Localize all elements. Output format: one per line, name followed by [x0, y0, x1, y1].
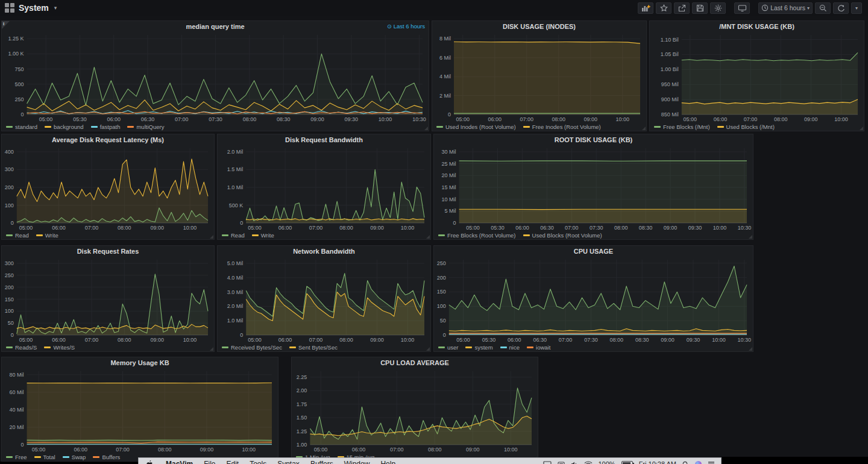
cycle-view-button[interactable] [734, 2, 750, 14]
notification-center-icon[interactable] [708, 461, 715, 464]
legend-item-free-blocks-root-volume-[interactable]: Free Blocks (Root Volume) [438, 232, 516, 239]
menu-item-file[interactable]: File [198, 460, 221, 464]
time-range-label: Last 6 hours [770, 4, 805, 11]
refresh-button[interactable] [833, 2, 849, 14]
svg-text:10:00: 10:00 [401, 337, 415, 343]
svg-text:06:00: 06:00 [714, 116, 728, 122]
panel-plot-area[interactable]: 05:0006:0007:0008:0009:0010:0001.0 Mil2.… [218, 256, 430, 343]
legend-item-read[interactable]: Read [222, 232, 245, 239]
menu-item-help[interactable]: Help [375, 460, 401, 464]
panel-resize-handle[interactable] [749, 347, 752, 351]
siri-icon[interactable] [695, 461, 702, 464]
keyboard-brightness-icon[interactable] [558, 461, 565, 464]
panel-plot-area[interactable]: 05:0006:0007:0008:0009:0010:000100200300… [2, 145, 214, 231]
menubar-items: MacVimFileEditToolsSyntaxBuffersWindowHe… [153, 460, 401, 464]
panel-resize-handle[interactable] [426, 235, 430, 239]
save-button[interactable] [692, 2, 708, 14]
add-panel-button[interactable] [638, 2, 653, 14]
panel-resize-handle[interactable] [424, 127, 428, 130]
svg-text:06:00: 06:00 [488, 116, 502, 122]
svg-text:150: 150 [437, 289, 446, 295]
legend-item-user[interactable]: user [438, 344, 458, 351]
svg-text:10:00: 10:00 [712, 337, 726, 343]
panel-resize-handle[interactable] [860, 127, 863, 130]
legend-item-total[interactable]: Total [34, 454, 55, 460]
refresh-interval-button[interactable]: ▾ [851, 2, 862, 14]
settings-button[interactable] [710, 2, 726, 14]
legend-item-used-blocks-mnt-[interactable]: Used Blocks (/Mnt) [717, 124, 775, 130]
legend-item-standard[interactable]: standard [6, 124, 37, 130]
svg-text:10:30: 10:30 [738, 337, 752, 343]
panel-time-override[interactable]: ⊙ Last 6 hours [387, 23, 425, 30]
panel-resize-handle[interactable] [210, 235, 213, 239]
dashboard-title[interactable]: System [19, 3, 49, 13]
apple-icon[interactable] [139, 460, 153, 464]
panel-plot-area[interactable]: 05:0006:0007:0008:0009:0010:001.001.251.… [292, 368, 538, 453]
svg-text:1.75: 1.75 [297, 401, 307, 407]
panel-plot-area[interactable]: 05:0005:3006:0006:3007:0007:3008:0008:30… [434, 256, 753, 343]
panel-plot-area[interactable]: 05:0006:0007:0008:0009:0010:00850 Mil900… [650, 31, 864, 123]
legend-item-used-inodes-root-volume-[interactable]: Used Inodes (Root Volume) [436, 124, 516, 130]
time-range-button[interactable]: Last 6 hours ▾ [758, 2, 813, 14]
panel-resize-handle[interactable] [426, 347, 430, 351]
panel-plot-area[interactable]: 05:0006:0007:0008:0009:0010:0002 Mil4 Mi… [432, 31, 646, 123]
svg-text:06:30: 06:30 [533, 337, 547, 343]
menu-item-syntax[interactable]: Syntax [272, 460, 305, 464]
share-button[interactable] [674, 2, 690, 14]
legend-item-system[interactable]: system [465, 344, 492, 351]
legend-color-dash [222, 234, 228, 236]
screen-mirroring-icon[interactable] [543, 461, 552, 464]
svg-text:50: 50 [440, 318, 446, 324]
legend-item-write[interactable]: Write [252, 232, 274, 239]
svg-text:07:00: 07:00 [175, 116, 189, 122]
svg-text:1.00 Bil: 1.00 Bil [661, 66, 679, 72]
legend-color-dash [127, 126, 134, 128]
panel-resize-handle[interactable] [749, 235, 752, 239]
legend-color-dash [717, 126, 724, 128]
panel-resize-handle[interactable] [642, 127, 646, 130]
legend-item-nice[interactable]: nice [500, 344, 520, 351]
panel-plot-area[interactable]: 05:0006:0007:0008:0009:0010:000500 K1.0 … [218, 145, 430, 231]
panel-plot-area[interactable]: 05:0005:3006:0006:3007:0007:3008:0008:30… [2, 31, 429, 123]
star-button[interactable] [656, 2, 671, 14]
svg-text:10:30: 10:30 [412, 116, 426, 122]
menu-item-macvim[interactable]: MacVim [160, 460, 198, 464]
legend-item-used-blocks-root-volume-[interactable]: Used Blocks (Root Volume) [523, 232, 602, 239]
menu-item-tools[interactable]: Tools [244, 460, 272, 464]
svg-text:150: 150 [5, 296, 14, 303]
legend-item-sent-bytes-sec[interactable]: Sent Bytes/Sec [289, 344, 338, 351]
menu-item-buffers[interactable]: Buffers [305, 460, 339, 464]
legend-item-background[interactable]: background [45, 124, 84, 130]
menubar-clock[interactable]: Fri 10:28 AM [639, 460, 676, 464]
legend-item-free-inodes-root-volume-[interactable]: Free Inodes (Root Volume) [523, 124, 601, 130]
legend-item-reads-s[interactable]: Reads/S [6, 344, 37, 351]
legend-item-read[interactable]: Read [6, 232, 29, 239]
grafana-logo-icon[interactable] [5, 3, 14, 13]
svg-text:2.00: 2.00 [297, 387, 307, 393]
dashboard-title-caret-icon[interactable]: ▾ [54, 5, 57, 11]
legend-item-multiquery[interactable]: multiQuery [127, 124, 164, 130]
legend-item-iowait[interactable]: iowait [527, 344, 550, 351]
legend-item-free[interactable]: Free [6, 454, 27, 460]
legend-item-write[interactable]: Write [36, 232, 58, 239]
panel-plot-area[interactable]: 05:0006:0007:0008:0009:0010:000501001502… [2, 256, 214, 343]
volume-icon[interactable] [571, 461, 578, 464]
panel-resize-handle[interactable] [210, 347, 213, 351]
zoom-out-button[interactable] [815, 2, 831, 14]
legend-item-free-blocks-mnt-[interactable]: Free Blocks (/Mnt) [654, 124, 710, 130]
panel-plot-area[interactable]: 05:0006:0007:0008:0009:0010:00020 Mil40 … [2, 368, 278, 453]
svg-text:100: 100 [5, 202, 14, 208]
legend-item-fastpath[interactable]: fastpath [91, 124, 121, 130]
menu-item-edit[interactable]: Edit [221, 460, 244, 464]
svg-text:5 Mil: 5 Mil [445, 208, 456, 214]
svg-text:08:00: 08:00 [339, 225, 353, 231]
panel-plot-area[interactable]: 05:0005:3006:0006:3007:0007:3008:0008:30… [434, 145, 753, 231]
legend-item-writes-s[interactable]: Writes/S [44, 344, 75, 351]
legend-item-swap[interactable]: Swap [63, 454, 86, 460]
wifi-icon[interactable] [584, 461, 593, 464]
spotlight-icon[interactable] [682, 461, 689, 464]
menu-item-window[interactable]: Window [339, 460, 376, 464]
legend-item-received-bytes-sec[interactable]: Received Bytes/Sec [222, 344, 282, 351]
panel-legend: standardbackgroundfastpathmultiQuery [6, 123, 164, 131]
legend-item-buffers[interactable]: Buffers [93, 454, 120, 460]
